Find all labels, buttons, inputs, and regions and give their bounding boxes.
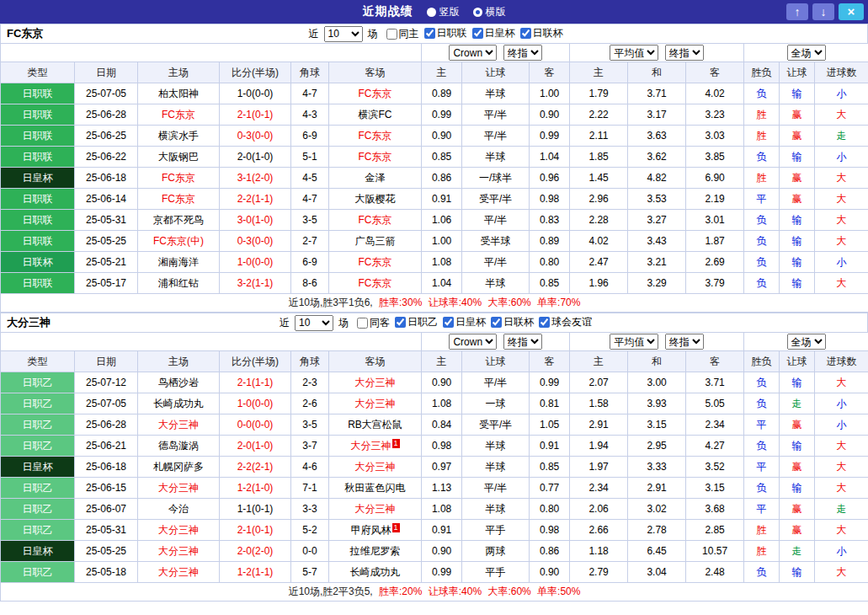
result-outcome-cell: 胜 <box>744 126 780 147</box>
date-cell: 25-06-28 <box>75 414 138 436</box>
result-handicap-cell: 赢 <box>780 126 815 147</box>
match-count-select[interactable]: 10 <box>295 315 333 331</box>
avg-home-cell: 4.02 <box>570 231 628 252</box>
date-cell: 25-05-31 <box>75 210 138 231</box>
odds-home-cell: 1.08 <box>422 393 462 414</box>
close-button[interactable]: × <box>839 3 864 20</box>
odds-handicap-cell: 平/半 <box>462 372 530 393</box>
result-outcome-cell: 负 <box>744 83 780 104</box>
avg-draw-cell: 3.71 <box>628 83 686 104</box>
team-name: 横滨水手 <box>158 130 199 142</box>
result-goals-cell: 小 <box>815 393 868 414</box>
summary-segment: 单率:70% <box>535 297 581 308</box>
score-cell: 0-3(0-0) <box>220 126 291 147</box>
column-header: 客 <box>686 351 744 372</box>
corners-cell: 6-9 <box>291 252 329 273</box>
away-team-cell: FC东京 <box>329 210 422 231</box>
same-venue-checkbox[interactable] <box>357 318 368 329</box>
score-cell: 1-1(0-1) <box>220 499 291 520</box>
games-label: 场 <box>338 316 349 330</box>
corners-cell: 8-6 <box>291 273 329 294</box>
league-checkbox[interactable] <box>520 28 531 39</box>
odds-away-cell: 0.90 <box>530 562 570 583</box>
avg-selects-cell: 平均值 终指 <box>570 333 744 351</box>
same-venue-filter[interactable]: 同客 <box>352 316 390 330</box>
result-goals-cell: 小 <box>815 541 868 562</box>
odds-away-cell: 0.89 <box>530 231 570 252</box>
odds-time-select[interactable]: 终指 <box>503 45 542 61</box>
result-outcome-cell: 负 <box>744 147 780 168</box>
away-team-cell: RB大宫松鼠 <box>329 414 422 436</box>
team-name: FC东京 <box>359 214 392 226</box>
avg-time-select[interactable]: 终指 <box>665 45 704 61</box>
result-goals-cell: 大 <box>815 104 868 126</box>
result-handicap-cell: 输 <box>780 562 815 583</box>
league-cell: 日职联 <box>1 231 75 252</box>
team-name: 甲府风林 <box>351 524 391 536</box>
layout-radio-horizontal[interactable]: 横版 <box>473 5 506 19</box>
date-cell: 25-06-21 <box>75 436 138 457</box>
near-label: 近 <box>309 27 319 41</box>
league-filter[interactable]: 日职乙 <box>390 315 438 329</box>
avg-draw-cell: 3.21 <box>628 252 686 273</box>
team-name: 大分三神 <box>351 440 391 452</box>
away-team-cell: 大分三神 <box>329 393 422 414</box>
scope-select[interactable]: 全场 <box>787 334 826 350</box>
result-goals-cell: 大 <box>815 210 868 231</box>
result-goals-cell: 小 <box>815 83 868 104</box>
odds-handicap-cell: 平手 <box>462 562 530 583</box>
league-checkbox[interactable] <box>395 317 406 328</box>
avg-time-select[interactable]: 终指 <box>665 334 704 350</box>
league-cell: 日联杯 <box>1 252 75 273</box>
odds-handicap-cell: 半球 <box>462 147 530 168</box>
result-outcome-cell: 负 <box>744 210 780 231</box>
date-cell: 25-07-12 <box>75 372 138 393</box>
team-name: 大分三神 <box>158 482 199 494</box>
league-checkbox[interactable] <box>443 317 454 328</box>
avg-away-cell: 2.69 <box>686 252 744 273</box>
match-count-select[interactable]: 10 <box>324 26 363 42</box>
odds-source-select[interactable]: Crown <box>449 334 497 350</box>
result-handicap-cell: 赢 <box>780 189 815 210</box>
league-filter-label: 日联杯 <box>503 315 534 329</box>
column-header: 比分(半场) <box>220 62 291 83</box>
avg-select[interactable]: 平均值 <box>610 334 658 350</box>
layout-radio-vertical[interactable]: 竖版 <box>427 5 460 19</box>
league-filter[interactable]: 日皇杯 <box>467 26 515 40</box>
league-filter[interactable]: 日联杯 <box>486 315 534 329</box>
league-filter-label: 日联杯 <box>533 26 563 40</box>
avg-select[interactable]: 平均值 <box>610 45 658 61</box>
same-venue-filter[interactable]: 同主 <box>381 27 419 41</box>
avg-away-cell: 6.90 <box>686 168 744 189</box>
result-goals-cell: 大 <box>815 273 868 294</box>
score-cell: 2-1(1-1) <box>220 372 291 393</box>
league-filter[interactable]: 球会友谊 <box>534 315 592 329</box>
score-cell: 1-2(1-1) <box>220 562 291 583</box>
league-checkbox[interactable] <box>491 317 502 328</box>
league-filter[interactable]: 日皇杯 <box>438 315 486 329</box>
odds-handicap-cell: 平/半 <box>462 252 530 273</box>
corners-cell: 4-7 <box>291 189 329 210</box>
league-checkbox[interactable] <box>424 28 435 39</box>
league-checkbox[interactable] <box>539 317 550 328</box>
scope-select-cell: 全场 <box>744 44 868 62</box>
league-filter[interactable]: 日职联 <box>419 26 467 40</box>
avg-home-cell: 1.18 <box>570 541 628 562</box>
column-header: 类型 <box>1 351 75 372</box>
scope-select[interactable]: 全场 <box>787 45 826 61</box>
result-goals-cell: 小 <box>815 414 868 436</box>
odds-source-select[interactable]: Crown <box>449 45 497 61</box>
away-team-cell: FC东京 <box>329 83 422 104</box>
odds-away-cell: 0.86 <box>530 541 570 562</box>
league-filter[interactable]: 日联杯 <box>515 26 563 40</box>
move-up-button[interactable]: ↑ <box>786 3 808 20</box>
column-header: 主 <box>570 351 628 372</box>
near-label: 近 <box>280 316 290 330</box>
same-venue-checkbox[interactable] <box>386 29 397 40</box>
move-down-button[interactable]: ↓ <box>812 3 834 20</box>
odds-time-select[interactable]: 终指 <box>503 334 542 350</box>
odds-home-cell: 0.89 <box>422 83 462 104</box>
team-name: FC东京(中) <box>153 235 204 247</box>
avg-draw-cell: 6.45 <box>628 541 686 562</box>
league-checkbox[interactable] <box>472 28 483 39</box>
